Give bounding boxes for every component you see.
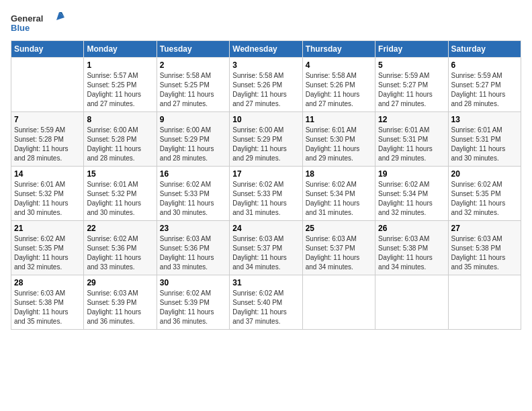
day-info: Sunrise: 6:02 AM Sunset: 5:34 PM Dayligh… [306, 180, 372, 218]
day-number: 15 [87, 169, 153, 179]
calendar-cell [375, 275, 448, 330]
day-info: Sunrise: 6:02 AM Sunset: 5:35 PM Dayligh… [451, 180, 518, 218]
calendar-cell: 7Sunrise: 5:59 AM Sunset: 5:28 PM Daylig… [11, 112, 84, 167]
col-header-friday: Friday [375, 41, 448, 58]
day-number: 31 [232, 278, 299, 287]
calendar-cell: 5Sunrise: 5:59 AM Sunset: 5:27 PM Daylig… [375, 58, 448, 112]
calendar-cell: 31Sunrise: 6:02 AM Sunset: 5:40 PM Dayli… [230, 275, 302, 330]
day-number: 7 [14, 115, 81, 124]
day-number: 14 [14, 169, 81, 179]
calendar-cell: 16Sunrise: 6:02 AM Sunset: 5:33 PM Dayli… [157, 167, 229, 221]
calendar-cell: 4Sunrise: 5:58 AM Sunset: 5:26 PM Daylig… [302, 58, 375, 112]
calendar-cell [448, 275, 521, 330]
day-number: 28 [14, 278, 81, 287]
col-header-tuesday: Tuesday [157, 41, 229, 58]
day-info: Sunrise: 6:01 AM Sunset: 5:30 PM Dayligh… [306, 126, 372, 163]
calendar-cell: 25Sunrise: 6:03 AM Sunset: 5:37 PM Dayli… [302, 221, 375, 275]
day-number: 16 [160, 169, 226, 179]
day-number: 24 [232, 224, 299, 233]
day-info: Sunrise: 6:00 AM Sunset: 5:29 PM Dayligh… [232, 126, 299, 163]
day-number: 27 [451, 224, 518, 233]
svg-text:General: General [11, 13, 43, 24]
day-info: Sunrise: 5:59 AM Sunset: 5:27 PM Dayligh… [451, 71, 518, 109]
col-header-sunday: Sunday [11, 41, 84, 58]
day-number: 22 [87, 224, 153, 233]
day-number: 10 [232, 115, 299, 124]
svg-text:Blue: Blue [11, 23, 30, 33]
day-info: Sunrise: 6:03 AM Sunset: 5:37 PM Dayligh… [232, 234, 299, 272]
day-number: 13 [451, 115, 518, 124]
day-number: 29 [87, 278, 153, 287]
calendar-cell: 28Sunrise: 6:03 AM Sunset: 5:38 PM Dayli… [11, 275, 84, 330]
calendar-cell: 24Sunrise: 6:03 AM Sunset: 5:37 PM Dayli… [230, 221, 302, 275]
calendar-cell: 27Sunrise: 6:03 AM Sunset: 5:38 PM Dayli… [448, 221, 521, 275]
day-number: 18 [306, 169, 372, 179]
page-header: General Blue [11, 11, 521, 35]
day-info: Sunrise: 6:02 AM Sunset: 5:36 PM Dayligh… [87, 234, 153, 272]
day-info: Sunrise: 6:03 AM Sunset: 5:37 PM Dayligh… [306, 234, 372, 272]
day-number: 5 [378, 60, 445, 70]
day-info: Sunrise: 6:01 AM Sunset: 5:32 PM Dayligh… [87, 180, 153, 218]
calendar-cell: 26Sunrise: 6:03 AM Sunset: 5:38 PM Dayli… [375, 221, 448, 275]
day-number: 8 [87, 115, 153, 124]
calendar-cell: 21Sunrise: 6:02 AM Sunset: 5:35 PM Dayli… [11, 221, 84, 275]
col-header-thursday: Thursday [302, 41, 375, 58]
day-info: Sunrise: 6:03 AM Sunset: 5:39 PM Dayligh… [87, 289, 153, 326]
day-number: 25 [306, 224, 372, 233]
day-number: 20 [451, 169, 518, 179]
col-header-saturday: Saturday [448, 41, 521, 58]
day-number: 30 [160, 278, 226, 287]
day-info: Sunrise: 6:00 AM Sunset: 5:28 PM Dayligh… [87, 126, 153, 163]
day-number: 2 [160, 60, 226, 70]
col-header-monday: Monday [84, 41, 157, 58]
calendar-cell: 11Sunrise: 6:01 AM Sunset: 5:30 PM Dayli… [302, 112, 375, 167]
day-info: Sunrise: 6:03 AM Sunset: 5:38 PM Dayligh… [451, 234, 518, 272]
day-number: 17 [232, 169, 299, 179]
calendar-cell: 17Sunrise: 6:02 AM Sunset: 5:33 PM Dayli… [230, 167, 302, 221]
day-number: 11 [306, 115, 372, 124]
day-info: Sunrise: 6:02 AM Sunset: 5:34 PM Dayligh… [378, 180, 445, 218]
calendar-cell: 23Sunrise: 6:03 AM Sunset: 5:36 PM Dayli… [157, 221, 229, 275]
day-info: Sunrise: 5:58 AM Sunset: 5:25 PM Dayligh… [160, 71, 226, 109]
day-info: Sunrise: 5:58 AM Sunset: 5:26 PM Dayligh… [306, 71, 372, 109]
col-header-wednesday: Wednesday [230, 41, 302, 58]
day-info: Sunrise: 5:58 AM Sunset: 5:26 PM Dayligh… [232, 71, 299, 109]
day-info: Sunrise: 5:59 AM Sunset: 5:27 PM Dayligh… [378, 71, 445, 109]
day-number: 4 [306, 60, 372, 70]
logo: General Blue [11, 11, 64, 35]
day-info: Sunrise: 6:02 AM Sunset: 5:40 PM Dayligh… [232, 289, 299, 326]
day-number: 26 [378, 224, 445, 233]
day-info: Sunrise: 5:59 AM Sunset: 5:28 PM Dayligh… [14, 126, 81, 163]
calendar-cell: 1Sunrise: 5:57 AM Sunset: 5:25 PM Daylig… [84, 58, 157, 112]
calendar-cell: 22Sunrise: 6:02 AM Sunset: 5:36 PM Dayli… [84, 221, 157, 275]
calendar-table: SundayMondayTuesdayWednesdayThursdayFrid… [11, 40, 521, 330]
day-number: 12 [378, 115, 445, 124]
calendar-cell: 29Sunrise: 6:03 AM Sunset: 5:39 PM Dayli… [84, 275, 157, 330]
calendar-cell: 12Sunrise: 6:01 AM Sunset: 5:31 PM Dayli… [375, 112, 448, 167]
calendar-cell: 14Sunrise: 6:01 AM Sunset: 5:32 PM Dayli… [11, 167, 84, 221]
day-number: 9 [160, 115, 226, 124]
calendar-cell: 20Sunrise: 6:02 AM Sunset: 5:35 PM Dayli… [448, 167, 521, 221]
calendar-cell: 15Sunrise: 6:01 AM Sunset: 5:32 PM Dayli… [84, 167, 157, 221]
day-info: Sunrise: 6:03 AM Sunset: 5:36 PM Dayligh… [160, 234, 226, 272]
calendar-cell: 9Sunrise: 6:00 AM Sunset: 5:29 PM Daylig… [157, 112, 229, 167]
day-number: 3 [232, 60, 299, 70]
day-number: 21 [14, 224, 81, 233]
day-number: 6 [451, 60, 518, 70]
day-info: Sunrise: 6:03 AM Sunset: 5:38 PM Dayligh… [378, 234, 445, 272]
calendar-cell: 2Sunrise: 5:58 AM Sunset: 5:25 PM Daylig… [157, 58, 229, 112]
day-info: Sunrise: 6:02 AM Sunset: 5:35 PM Dayligh… [14, 234, 81, 272]
day-info: Sunrise: 6:02 AM Sunset: 5:39 PM Dayligh… [160, 289, 226, 326]
day-info: Sunrise: 6:02 AM Sunset: 5:33 PM Dayligh… [232, 180, 299, 218]
day-info: Sunrise: 6:02 AM Sunset: 5:33 PM Dayligh… [160, 180, 226, 218]
day-info: Sunrise: 6:01 AM Sunset: 5:31 PM Dayligh… [451, 126, 518, 163]
calendar-cell: 6Sunrise: 5:59 AM Sunset: 5:27 PM Daylig… [448, 58, 521, 112]
logo-svg: General Blue [11, 11, 64, 35]
calendar-cell: 19Sunrise: 6:02 AM Sunset: 5:34 PM Dayli… [375, 167, 448, 221]
day-info: Sunrise: 6:01 AM Sunset: 5:31 PM Dayligh… [378, 126, 445, 163]
calendar-cell: 3Sunrise: 5:58 AM Sunset: 5:26 PM Daylig… [230, 58, 302, 112]
calendar-cell [11, 58, 84, 112]
calendar-cell: 18Sunrise: 6:02 AM Sunset: 5:34 PM Dayli… [302, 167, 375, 221]
calendar-cell [302, 275, 375, 330]
calendar-cell: 13Sunrise: 6:01 AM Sunset: 5:31 PM Dayli… [448, 112, 521, 167]
